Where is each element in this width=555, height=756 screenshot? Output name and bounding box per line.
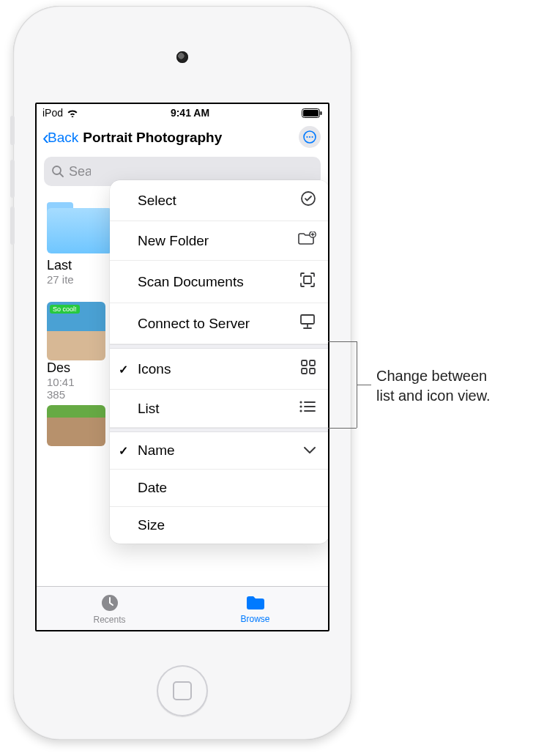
svg-rect-15 — [302, 368, 307, 374]
svg-point-18 — [299, 405, 302, 407]
server-icon — [299, 314, 316, 333]
menu-label: Date — [138, 480, 167, 496]
home-button[interactable] — [157, 665, 208, 716]
tab-label: Browse — [240, 614, 269, 624]
select-circle-icon — [300, 190, 316, 210]
status-bar: iPod 9:41 AM — [37, 104, 328, 122]
tab-label: Recents — [93, 615, 125, 625]
callout-line — [328, 428, 357, 429]
svg-point-5 — [309, 136, 310, 138]
menu-item-icons-view[interactable]: ✓ Icons — [110, 349, 329, 390]
svg-point-7 — [53, 166, 61, 174]
svg-point-17 — [299, 401, 302, 403]
menu-item-select[interactable]: Select — [110, 180, 329, 221]
menu-label: Size — [138, 517, 165, 533]
volume-down-button — [10, 207, 15, 245]
screen: iPod 9:41 AM ‹ Back Portrait Photography — [35, 103, 329, 631]
svg-rect-16 — [310, 368, 315, 374]
menu-item-sort-date[interactable]: Date — [110, 470, 329, 507]
ellipsis-circle-icon — [303, 130, 316, 144]
nav-bar: ‹ Back Portrait Photography — [37, 122, 328, 154]
menu-item-sort-size[interactable]: Size — [110, 507, 329, 544]
list-icon — [299, 400, 316, 417]
battery-icon — [302, 108, 322, 118]
callout-line — [357, 385, 371, 385]
menu-label: Name — [138, 442, 175, 459]
carrier-label: iPod — [42, 107, 63, 119]
context-menu: Select New Folder Scan Documents Connect… — [110, 180, 329, 544]
svg-rect-12 — [301, 315, 314, 324]
menu-item-sort-name[interactable]: ✓ Name — [110, 432, 329, 470]
search-icon — [51, 165, 64, 178]
menu-label: New Folder — [138, 233, 209, 249]
svg-point-19 — [299, 410, 302, 412]
more-button[interactable] — [299, 126, 321, 148]
checkmark-icon: ✓ — [119, 362, 128, 376]
back-button[interactable]: ‹ Back — [42, 128, 78, 148]
menu-item-new-folder[interactable]: New Folder — [110, 221, 329, 261]
menu-item-scan-documents[interactable]: Scan Documents — [110, 261, 329, 303]
folder-subtitle: 27 ite — [47, 273, 74, 286]
svg-rect-1 — [303, 110, 319, 116]
wifi-icon — [67, 108, 78, 117]
file-time: 10:41 — [47, 376, 75, 388]
checkmark-icon: ✓ — [119, 444, 128, 458]
tab-bar: Recents Browse — [37, 586, 328, 630]
search-placeholder: Search — [69, 164, 91, 179]
page-title: Portrait Photography — [83, 130, 222, 146]
volume-up-button — [10, 160, 15, 198]
menu-item-connect-to-server[interactable]: Connect to Server — [110, 303, 329, 344]
tab-browse[interactable]: Browse — [182, 587, 328, 630]
svg-point-6 — [312, 136, 313, 138]
callout-line — [328, 341, 357, 342]
svg-rect-2 — [320, 111, 321, 115]
folder-icon — [47, 202, 113, 253]
folder-plus-icon — [297, 231, 316, 250]
svg-point-4 — [306, 136, 308, 138]
folder-icon — [245, 593, 267, 612]
scan-icon — [299, 271, 316, 292]
menu-label: List — [138, 401, 160, 417]
file-size: 385 — [47, 388, 65, 401]
side-button — [10, 116, 15, 145]
back-label: Back — [48, 130, 78, 146]
svg-line-8 — [60, 174, 63, 177]
menu-label: Select — [138, 193, 176, 209]
menu-item-list-view[interactable]: List — [110, 390, 329, 428]
folder-name: Last — [47, 258, 72, 273]
chevron-down-icon — [303, 442, 316, 459]
svg-rect-13 — [302, 360, 307, 366]
menu-label: Icons — [138, 361, 171, 377]
front-camera — [176, 51, 188, 63]
image-thumbnail: So cool! — [47, 302, 105, 360]
svg-rect-14 — [310, 360, 315, 366]
callout-text: Change between list and icon view. — [376, 366, 491, 406]
menu-label: Scan Documents — [138, 274, 244, 290]
image-thumbnail[interactable] — [47, 405, 105, 446]
tab-recents[interactable]: Recents — [37, 587, 182, 630]
svg-rect-11 — [304, 276, 311, 284]
menu-label: Connect to Server — [138, 316, 250, 332]
file-name: Des — [47, 360, 70, 376]
device-frame: iPod 9:41 AM ‹ Back Portrait Photography — [13, 6, 351, 740]
clock-label: 9:41 AM — [171, 107, 209, 119]
grid-icon — [300, 359, 316, 379]
clock-icon — [100, 593, 120, 613]
